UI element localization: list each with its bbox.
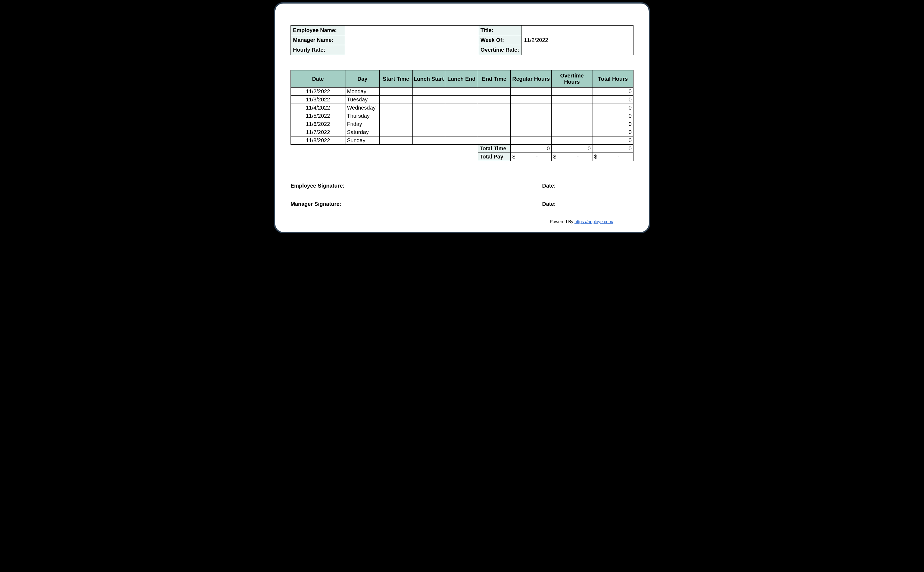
cell-overtime-hours[interactable] <box>551 87 592 96</box>
cell-lunch-end[interactable] <box>445 128 478 137</box>
total-time-label: Total Time <box>478 145 510 153</box>
powered-by-text: Powered By <box>550 219 575 224</box>
col-overtime-hours: Overtime Hours <box>551 70 592 87</box>
total-pay-label: Total Pay <box>478 153 510 161</box>
manager-name-label: Manager Name: <box>291 35 345 45</box>
col-end-time: End Time <box>478 70 510 87</box>
cell-overtime-hours[interactable] <box>551 112 592 120</box>
employee-signature-row: Employee Signature: Date: <box>290 183 634 189</box>
cell-end-time[interactable] <box>478 137 510 145</box>
cell-regular-hours[interactable] <box>511 112 552 120</box>
header-info-table: Employee Name: Title: Manager Name: Week… <box>290 25 634 55</box>
cell-start-time[interactable] <box>380 87 412 96</box>
cell-lunch-start[interactable] <box>412 112 445 120</box>
total-pay-total: $ - <box>592 153 634 161</box>
employee-signature-line[interactable] <box>346 183 479 189</box>
cell-lunch-end[interactable] <box>445 112 478 120</box>
cell-total-hours: 0 <box>592 96 634 104</box>
employee-name-label: Employee Name: <box>291 26 345 35</box>
manager-date-label: Date: <box>542 201 556 207</box>
cell-overtime-hours[interactable] <box>551 128 592 137</box>
cell-start-time[interactable] <box>380 120 412 128</box>
footer-link[interactable]: https://apploye.com/ <box>575 219 613 224</box>
cell-overtime-hours[interactable] <box>551 96 592 104</box>
cell-start-time[interactable] <box>380 128 412 137</box>
employee-date-line[interactable] <box>557 183 634 189</box>
cell-date: 11/2/2022 <box>291 87 346 96</box>
cell-overtime-hours[interactable] <box>551 137 592 145</box>
manager-signature-row: Manager Signature: Date: <box>290 201 634 207</box>
pay-dash: - <box>577 154 579 160</box>
cell-day: Monday <box>345 87 380 96</box>
timesheet-row: 11/7/2022Saturday0 <box>291 128 634 137</box>
timesheet-row: 11/8/2022Sunday0 <box>291 137 634 145</box>
header-row-manager: Manager Name: Week Of: 11/2/2022 <box>291 35 634 45</box>
week-of-label: Week Of: <box>478 35 522 45</box>
cell-regular-hours[interactable] <box>511 137 552 145</box>
cell-end-time[interactable] <box>478 112 510 120</box>
cell-lunch-start[interactable] <box>412 120 445 128</box>
total-time-regular: 0 <box>511 145 552 153</box>
total-time-overtime: 0 <box>551 145 592 153</box>
cell-day: Thursday <box>345 112 380 120</box>
cell-lunch-end[interactable] <box>445 137 478 145</box>
timesheet-row: 11/6/2022Friday0 <box>291 120 634 128</box>
cell-total-hours: 0 <box>592 112 634 120</box>
cell-overtime-hours[interactable] <box>551 120 592 128</box>
title-label: Title: <box>478 26 522 35</box>
signature-block: Employee Signature: Date: Manager Signat… <box>290 183 634 207</box>
manager-name-value[interactable] <box>345 35 478 45</box>
cell-start-time[interactable] <box>380 104 412 112</box>
cell-start-time[interactable] <box>380 96 412 104</box>
total-pay-overtime: $ - <box>551 153 592 161</box>
employee-name-value[interactable] <box>345 26 478 35</box>
total-pay-regular: $ - <box>511 153 552 161</box>
manager-signature-label: Manager Signature: <box>290 201 341 207</box>
cell-lunch-start[interactable] <box>412 137 445 145</box>
cell-day: Tuesday <box>345 96 380 104</box>
cell-lunch-start[interactable] <box>412 96 445 104</box>
manager-signature-line[interactable] <box>343 201 476 207</box>
cell-day: Friday <box>345 120 380 128</box>
cell-end-time[interactable] <box>478 87 510 96</box>
cell-regular-hours[interactable] <box>511 128 552 137</box>
cell-regular-hours[interactable] <box>511 104 552 112</box>
total-time-total: 0 <box>592 145 634 153</box>
overtime-rate-value[interactable] <box>522 45 634 55</box>
cell-total-hours: 0 <box>592 137 634 145</box>
cell-lunch-end[interactable] <box>445 87 478 96</box>
cell-lunch-start[interactable] <box>412 128 445 137</box>
cell-lunch-start[interactable] <box>412 104 445 112</box>
cell-lunch-end[interactable] <box>445 120 478 128</box>
week-of-value[interactable]: 11/2/2022 <box>522 35 634 45</box>
pay-dash: - <box>536 154 538 160</box>
cell-start-time[interactable] <box>380 137 412 145</box>
cell-lunch-end[interactable] <box>445 96 478 104</box>
cell-end-time[interactable] <box>478 128 510 137</box>
cell-end-time[interactable] <box>478 96 510 104</box>
timesheet-header-row: Date Day Start Time Lunch Start Lunch En… <box>291 70 634 87</box>
title-value[interactable] <box>522 26 634 35</box>
col-day: Day <box>345 70 380 87</box>
timesheet-table: Date Day Start Time Lunch Start Lunch En… <box>290 70 634 161</box>
timesheet-row: 11/3/2022Tuesday0 <box>291 96 634 104</box>
hourly-rate-value[interactable] <box>345 45 478 55</box>
cell-date: 11/8/2022 <box>291 137 346 145</box>
cell-regular-hours[interactable] <box>511 96 552 104</box>
cell-start-time[interactable] <box>380 112 412 120</box>
cell-lunch-start[interactable] <box>412 87 445 96</box>
currency-symbol: $ <box>553 154 556 160</box>
cell-lunch-end[interactable] <box>445 104 478 112</box>
cell-overtime-hours[interactable] <box>551 104 592 112</box>
cell-end-time[interactable] <box>478 104 510 112</box>
overtime-rate-label: Overtime Rate: <box>478 45 522 55</box>
footer: Powered By https://apploye.com/ <box>550 219 613 224</box>
cell-regular-hours[interactable] <box>511 87 552 96</box>
total-time-row: Total Time 0 0 0 <box>291 145 634 153</box>
cell-end-time[interactable] <box>478 120 510 128</box>
cell-day: Saturday <box>345 128 380 137</box>
pay-dash: - <box>618 154 620 160</box>
cell-regular-hours[interactable] <box>511 120 552 128</box>
manager-date-line[interactable] <box>557 201 634 207</box>
currency-symbol: $ <box>512 154 515 160</box>
